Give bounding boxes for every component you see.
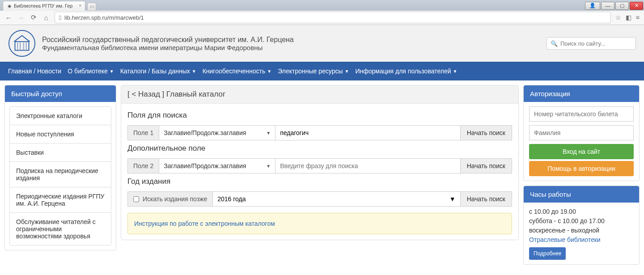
nav-home[interactable]: Главная / Новости <box>8 68 61 75</box>
quick-item-accessibility[interactable]: Обслуживание читателей с ограниченными в… <box>9 213 111 245</box>
new-tab-button[interactable]: ▭ <box>87 3 96 11</box>
auth-panel: Авторизация Вход на сайт Помощь в автори… <box>523 85 640 181</box>
nav-eresources[interactable]: Электронные ресурсы▼ <box>278 68 349 75</box>
menu-icon[interactable]: ≡ <box>636 14 640 21</box>
maximize-button[interactable]: ▢ <box>615 2 629 10</box>
nav-catalogs[interactable]: Каталоги / Базы данных▼ <box>120 68 196 75</box>
instruction-link[interactable]: Инструкция по работе с электронным катал… <box>134 220 275 227</box>
site-header: Российский государственный педагогически… <box>0 25 644 62</box>
main-nav: Главная / Новости О библиотеке▼ Каталоги… <box>0 62 644 80</box>
caret-down-icon: ▼ <box>192 69 196 74</box>
login-button[interactable]: Вход на сайт <box>529 144 634 159</box>
hours-line3: воскресенье - выходной <box>529 226 634 235</box>
hours-line1: с 10.00 до 19.00 <box>529 207 634 216</box>
site-title-1: Российский государственный педагогически… <box>42 36 294 44</box>
auth-card-input[interactable] <box>529 106 634 122</box>
browser-toolbar: ← → ⟳ ⌂ ▯ ☆ ◧ ≡ <box>0 11 644 25</box>
caret-down-icon: ▼ <box>453 69 458 74</box>
field2-group: Поле 2 Заглавие/Продолж.заглавия▼ Начать… <box>127 158 512 173</box>
chevron-down-icon: ▼ <box>266 131 271 135</box>
quick-access-panel: Быстрый доступ Электронные каталоги Новы… <box>4 85 116 250</box>
auth-title: Авторизация <box>524 85 639 102</box>
favicon-icon: ◈ <box>8 3 11 9</box>
field1-addon: Поле 1 <box>127 125 159 140</box>
year-check-addon: Искать издания позже <box>127 191 212 207</box>
user-menu-button[interactable]: 👤 <box>585 2 600 10</box>
year-search-button[interactable]: Начать поиск <box>461 191 512 207</box>
minimize-button[interactable]: — <box>601 2 614 10</box>
hours-line2: суббота - с 10.00 до 17.00 <box>529 216 634 226</box>
nav-books[interactable]: Книгообеспеченность▼ <box>203 68 272 75</box>
home-icon[interactable]: ⌂ <box>42 14 50 21</box>
caret-down-icon: ▼ <box>267 69 271 74</box>
caret-down-icon: ▼ <box>345 69 349 74</box>
year-check-label: Искать издания позже <box>143 195 207 203</box>
field1-group: Поле 1 Заглавие/Продолж.заглавия▼ Начать… <box>127 125 512 140</box>
search-panel: [ < Назад ] Главный каталог Поля для пои… <box>121 85 519 240</box>
site-search-input[interactable] <box>560 40 632 47</box>
site-title-2: Фундаментальная библиотека имени императ… <box>42 44 294 51</box>
star-icon[interactable]: ☆ <box>615 14 621 21</box>
year-select[interactable]: 2016 года▼ <box>212 191 460 207</box>
instruction-box: Инструкция по работе с электронным катал… <box>127 213 512 234</box>
section-year-label: Год издания <box>127 177 512 186</box>
field2-input[interactable] <box>275 158 461 173</box>
window-close-button[interactable]: ✕ <box>630 2 643 10</box>
year-group: Искать издания позже 2016 года▼ Начать п… <box>127 191 512 207</box>
search-icon: 🔍 <box>551 40 558 47</box>
svg-rect-1 <box>15 42 29 50</box>
nav-info[interactable]: Информация для пользователей▼ <box>355 68 457 75</box>
forward-icon[interactable]: → <box>17 14 25 21</box>
field1-input[interactable] <box>275 125 461 140</box>
url-input[interactable] <box>64 14 607 21</box>
auth-lastname-input[interactable] <box>529 125 634 140</box>
tab-close-icon[interactable]: × <box>79 3 81 8</box>
hours-more-button[interactable]: Подробнее <box>529 247 566 260</box>
reload-icon[interactable]: ⟳ <box>30 13 38 21</box>
content: Быстрый доступ Электронные каталоги Новы… <box>0 80 644 274</box>
field2-addon: Поле 2 <box>127 158 159 173</box>
field1-select[interactable]: Заглавие/Продолж.заглавия▼ <box>159 125 275 140</box>
tab-strip: ◈ Библиотека РГПУ им. Гер × ▭ 👤 — ▢ ✕ <box>0 0 644 11</box>
hours-link[interactable]: Отраслевые библиотеки <box>529 235 634 245</box>
quick-item-new[interactable]: Новые поступления <box>9 125 111 144</box>
hours-title: Часы работы <box>524 186 639 203</box>
hours-panel: Часы работы с 10.00 до 19.00 суббота - с… <box>523 186 640 265</box>
svg-point-0 <box>9 30 35 56</box>
tab-title: Библиотека РГПУ им. Гер <box>14 3 72 8</box>
quick-access-title: Быстрый доступ <box>5 85 116 102</box>
address-bar[interactable]: ▯ <box>55 12 611 23</box>
quick-item-exhibits[interactable]: Выставки <box>9 144 111 162</box>
year-later-checkbox[interactable] <box>133 196 139 202</box>
browser-chrome: ◈ Библиотека РГПУ им. Гер × ▭ 👤 — ▢ ✕ ← … <box>0 0 644 25</box>
browser-tab[interactable]: ◈ Библиотека РГПУ им. Гер × <box>3 1 85 11</box>
section-fields-label: Поля для поиска <box>127 111 512 120</box>
chevron-down-icon: ▼ <box>266 164 271 169</box>
extension-icon[interactable]: ◧ <box>626 14 631 21</box>
quick-item-periodicals[interactable]: Периодические издания РГПУ им. А.И. Герц… <box>9 187 111 213</box>
field1-search-button[interactable]: Начать поиск <box>461 125 512 140</box>
nav-about[interactable]: О библиотеке▼ <box>68 68 114 75</box>
caret-down-icon: ▼ <box>110 69 114 74</box>
field2-search-button[interactable]: Начать поиск <box>461 158 512 173</box>
back-icon[interactable]: ← <box>4 14 13 21</box>
quick-item-catalogs[interactable]: Электронные каталоги <box>9 106 111 125</box>
section-additional-label: Дополнительное поле <box>127 144 512 153</box>
page-icon: ▯ <box>59 14 62 21</box>
field2-select[interactable]: Заглавие/Продолж.заглавия▼ <box>159 158 275 173</box>
auth-help-button[interactable]: Помощь в авторизации <box>529 161 634 176</box>
site-logo-icon <box>8 30 36 57</box>
search-panel-heading[interactable]: [ < Назад ] Главный каталог <box>121 85 518 104</box>
site-search[interactable]: 🔍 <box>547 37 636 50</box>
quick-item-periodicals-sub[interactable]: Подписка на периодические издания <box>9 162 111 187</box>
chevron-down-icon: ▼ <box>449 195 456 203</box>
